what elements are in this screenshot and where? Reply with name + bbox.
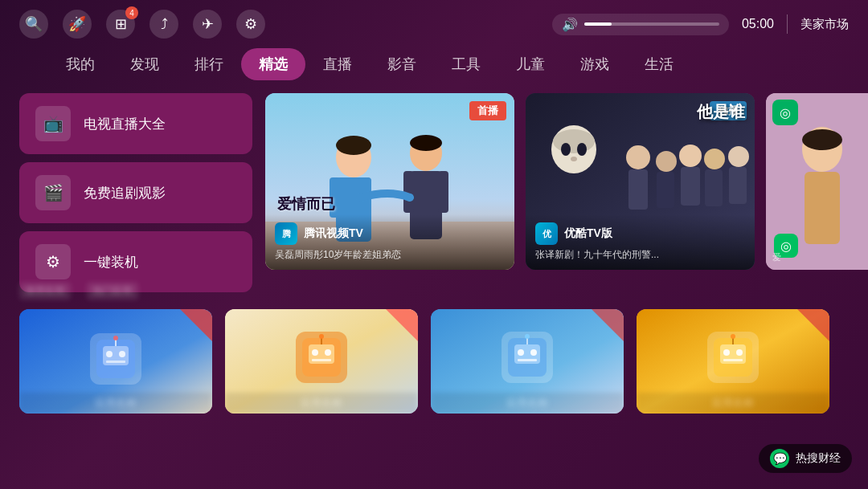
wechat-watermark: 💬 热搜财经 <box>759 444 852 473</box>
nav-item-live[interactable]: 直播 <box>305 48 370 80</box>
content-cards-area: 爱情而已 首播 腾 腾讯视频TV 吴磊周雨彤10岁年龄差姐弟恋 <box>265 93 868 270</box>
app-tile-4-label: 应用名称 <box>637 393 829 414</box>
romance-card-info: 腾 腾讯视频TV 吴磊周雨彤10岁年龄差姐弟恋 <box>265 214 514 270</box>
svg-point-68 <box>723 349 730 356</box>
svg-point-26 <box>728 146 749 167</box>
svg-point-49 <box>325 349 331 356</box>
nav-bar: 我的 发现 排行 精选 直播 影音 工具 儿童 游戏 生活 <box>0 48 868 80</box>
first-broadcast-badge: 首播 <box>469 101 506 120</box>
svg-rect-51 <box>321 338 322 344</box>
svg-point-22 <box>679 145 702 167</box>
share-icon[interactable]: ⤴ <box>149 10 178 39</box>
youku-app-logo: 优 <box>535 222 558 245</box>
svg-point-17 <box>571 157 577 161</box>
section-label-1: 推荐应用 <box>19 283 71 300</box>
main-content-area: 📺 电视直播大全 🎬 免费追剧观影 ⚙ 一键装机 <box>0 93 868 270</box>
nav-item-ranking[interactable]: 排行 <box>177 48 241 80</box>
rocket-icon[interactable]: 🚀 <box>63 10 92 39</box>
mystery-content-card[interactable]: 他是谁 独播 优 优酷TV版 张译新剧！九十年代的刑警... <box>526 93 755 270</box>
apps-badge: 4 <box>125 6 138 19</box>
svg-point-72 <box>731 334 735 339</box>
tv-live-label: 电视直播大全 <box>84 115 166 133</box>
app-tile-2[interactable]: 应用名称 <box>225 309 418 414</box>
section-label-2: 热门应用 <box>87 283 138 300</box>
left-panel: 📺 电视直播大全 🎬 免费追剧观影 ⚙ 一键装机 <box>19 93 252 270</box>
tv-icon: 📺 <box>35 106 71 141</box>
svg-rect-30 <box>805 172 840 244</box>
svg-rect-21 <box>657 172 674 208</box>
nav-item-featured[interactable]: 精选 <box>241 48 305 80</box>
svg-point-69 <box>736 349 743 356</box>
clock-display: 05:00 <box>742 17 774 31</box>
svg-rect-10 <box>438 171 448 213</box>
mystery-card-desc: 张译新剧！九十年代的刑警... <box>535 248 745 262</box>
svg-point-15 <box>561 143 571 156</box>
mystery-card-info: 优 优酷TV版 张译新剧！九十年代的刑警... <box>526 214 755 270</box>
nav-item-discover[interactable]: 发现 <box>113 48 177 80</box>
svg-rect-40 <box>106 361 125 363</box>
app-tile-1[interactable]: 应用名称 <box>19 309 212 414</box>
nav-item-kids[interactable]: 儿童 <box>498 48 563 80</box>
install-label: 一键装机 <box>84 253 138 271</box>
apps-icon[interactable]: ⊞ 4 <box>106 10 135 39</box>
divider <box>787 14 788 34</box>
svg-point-62 <box>525 334 530 339</box>
partial-content-card[interactable]: ◎ ◎ 爱 <box>766 93 868 270</box>
svg-point-16 <box>577 143 587 156</box>
nav-item-media[interactable]: 影音 <box>370 48 434 80</box>
free-drama-label: 免费追剧观影 <box>84 184 166 202</box>
svg-point-18 <box>626 145 650 169</box>
svg-point-42 <box>113 336 118 340</box>
nav-item-tools[interactable]: 工具 <box>434 48 498 80</box>
svg-point-59 <box>530 349 537 356</box>
nav-item-life[interactable]: 生活 <box>627 48 691 80</box>
search-icon[interactable]: 🔍 <box>19 10 48 39</box>
svg-rect-23 <box>681 167 700 206</box>
volume-control[interactable]: 🔊 <box>552 14 729 35</box>
market-label[interactable]: 美家市场 <box>800 17 849 32</box>
settings-icon[interactable]: ⚙ <box>236 10 265 39</box>
wechat-icon: 💬 <box>770 449 789 468</box>
top-right-info: 05:00 美家市场 <box>742 14 849 34</box>
partial-app-text: 爱 <box>772 251 868 263</box>
film-icon: 🎬 <box>35 175 71 210</box>
bottom-section: 推荐应用 热门应用 <box>0 270 868 414</box>
app-tile-4[interactable]: 应用名称 <box>637 309 829 414</box>
apps-row: 应用名称 <box>19 309 849 414</box>
nav-item-games[interactable]: 游戏 <box>563 48 627 80</box>
svg-rect-19 <box>628 169 648 210</box>
watermark-text: 热搜财经 <box>796 451 841 466</box>
svg-rect-70 <box>723 359 743 361</box>
svg-rect-41 <box>115 340 117 346</box>
svg-point-20 <box>656 151 677 172</box>
free-drama-button[interactable]: 🎬 免费追剧观影 <box>19 162 252 223</box>
nav-item-mine[interactable]: 我的 <box>48 48 113 80</box>
volume-fill <box>584 22 612 26</box>
svg-rect-61 <box>526 338 528 344</box>
romance-title-text: 爱情而已 <box>277 194 335 214</box>
app-tile-3-label: 应用名称 <box>431 393 624 414</box>
volume-icon: 🔊 <box>562 17 578 32</box>
volume-bar[interactable] <box>584 22 719 26</box>
svg-rect-25 <box>705 169 723 206</box>
top-bar: 🔍 🚀 ⊞ 4 ⤴ ✈ ⚙ 🔊 05:00 美家市场 <box>0 0 868 48</box>
mystery-title-text: 他是谁 <box>697 101 745 123</box>
svg-point-38 <box>106 351 113 357</box>
romance-content-card[interactable]: 爱情而已 首播 腾 腾讯视频TV 吴磊周雨彤10岁年龄差姐弟恋 <box>265 93 514 270</box>
tv-live-button[interactable]: 📺 电视直播大全 <box>19 93 252 154</box>
app-tile-3[interactable]: 应用名称 <box>431 309 624 414</box>
top-icons-group: 🔍 🚀 ⊞ 4 ⤴ ✈ ⚙ <box>19 10 539 39</box>
install-icon: ⚙ <box>35 244 71 279</box>
svg-point-39 <box>119 351 125 357</box>
app-tile-1-label: 应用名称 <box>19 393 212 414</box>
romance-card-desc: 吴磊周雨彤10岁年龄差姐弟恋 <box>275 248 505 262</box>
svg-point-31 <box>802 129 842 150</box>
svg-point-48 <box>312 349 318 356</box>
send-icon[interactable]: ✈ <box>193 10 222 39</box>
youku-app-name: 优酷TV版 <box>564 226 612 241</box>
svg-point-24 <box>704 149 725 169</box>
svg-point-6 <box>336 136 371 155</box>
svg-point-58 <box>518 349 524 356</box>
tencent-app-logo: 腾 <box>275 222 297 245</box>
tencent-app-name: 腾讯视频TV <box>304 226 363 241</box>
